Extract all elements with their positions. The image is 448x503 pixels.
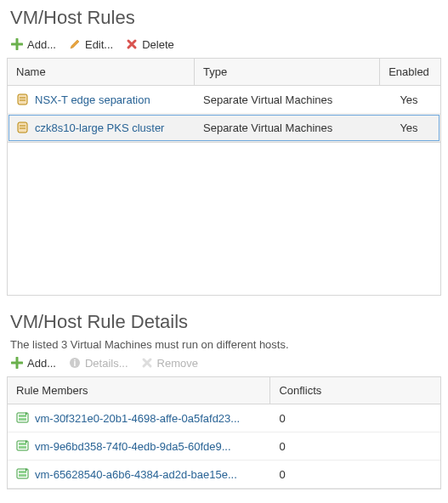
rule-name[interactable]: NSX-T edge separation	[35, 93, 150, 106]
table-row[interactable]: czk8s10-large PKS clusterSeparate Virtua…	[8, 114, 440, 142]
remove-button: Remove	[140, 356, 198, 370]
delete-button[interactable]: Delete	[125, 37, 174, 51]
svg-rect-13	[19, 446, 26, 449]
conflict-count: 0	[279, 440, 285, 453]
info-icon: i	[68, 356, 82, 370]
table-row[interactable]: NSX-T edge separationSeparate Virtual Ma…	[8, 86, 440, 114]
rules-title: VM/Host Rules	[10, 7, 448, 29]
rule-icon	[16, 93, 30, 106]
conflict-count: 0	[279, 468, 285, 481]
table-row[interactable]: vm-30f321e0-20b1-4698-affe-0a5fafd23...0	[8, 404, 440, 432]
rule-enabled: Yes	[400, 93, 417, 106]
edit-button[interactable]: Edit...	[68, 37, 113, 51]
vm-icon	[16, 411, 30, 425]
table-row[interactable]: vm-65628540-a6b6-4384-ad2d-bae15e...0	[8, 461, 440, 489]
svg-rect-3	[18, 122, 27, 133]
vm-icon	[16, 467, 30, 481]
remove-label: Remove	[157, 357, 198, 370]
add-icon	[10, 356, 24, 370]
rules-toolbar: Add... Edit... Delete	[0, 32, 448, 58]
svg-rect-9	[19, 415, 26, 417]
edit-label: Edit...	[85, 38, 113, 51]
svg-text:i: i	[74, 359, 77, 368]
edit-icon	[68, 37, 82, 51]
rule-icon	[16, 121, 30, 134]
svg-rect-15	[19, 471, 26, 473]
add-icon	[10, 37, 24, 51]
table-row[interactable]: vm-9e6bd358-74f0-4edb-9da5-60fde9...0	[8, 432, 440, 461]
rule-type: Separate Virtual Machines	[203, 122, 332, 134]
details-toolbar: Add... i Details... Remove	[0, 351, 448, 376]
rules-table: Name Type Enabled NSX-T edge separationS…	[7, 58, 441, 143]
delete-label: Delete	[142, 38, 174, 51]
rule-enabled: Yes	[400, 122, 417, 134]
member-name[interactable]: vm-9e6bd358-74f0-4edb-9da5-60fde9...	[35, 440, 231, 453]
details-table: Rule Members Conflicts vm-30f321e0-20b1-…	[7, 376, 441, 489]
member-name[interactable]: vm-30f321e0-20b1-4698-affe-0a5fafd23...	[35, 412, 240, 425]
rule-name[interactable]: czk8s10-large PKS cluster	[35, 122, 164, 134]
details-info-label: Details...	[85, 357, 128, 370]
svg-rect-16	[19, 474, 26, 477]
col-conflicts[interactable]: Conflicts	[270, 377, 440, 404]
details-table-head: Rule Members Conflicts	[8, 377, 440, 404]
col-member[interactable]: Rule Members	[8, 377, 270, 404]
col-type[interactable]: Type	[195, 59, 380, 85]
rules-table-head: Name Type Enabled	[8, 59, 440, 86]
member-name[interactable]: vm-65628540-a6b6-4384-ad2d-bae15e...	[35, 468, 237, 481]
add-label: Add...	[27, 38, 56, 51]
add-button[interactable]: Add...	[10, 37, 56, 51]
svg-rect-10	[19, 418, 26, 421]
details-title: VM/Host Rule Details	[10, 311, 448, 333]
col-enabled[interactable]: Enabled	[380, 59, 438, 85]
rule-type: Separate Virtual Machines	[203, 93, 332, 106]
details-info-button: i Details...	[68, 356, 128, 370]
svg-rect-12	[19, 443, 26, 445]
details-add-button[interactable]: Add...	[10, 356, 56, 370]
vm-icon	[16, 439, 30, 453]
delete-icon	[125, 37, 139, 51]
conflict-count: 0	[279, 412, 285, 425]
col-name[interactable]: Name	[8, 59, 195, 85]
svg-rect-0	[18, 94, 27, 105]
remove-icon	[140, 356, 154, 370]
details-add-label: Add...	[27, 357, 56, 370]
rules-empty-space	[7, 143, 441, 296]
details-subtext: The listed 3 Virtual Machines must run o…	[10, 338, 448, 351]
